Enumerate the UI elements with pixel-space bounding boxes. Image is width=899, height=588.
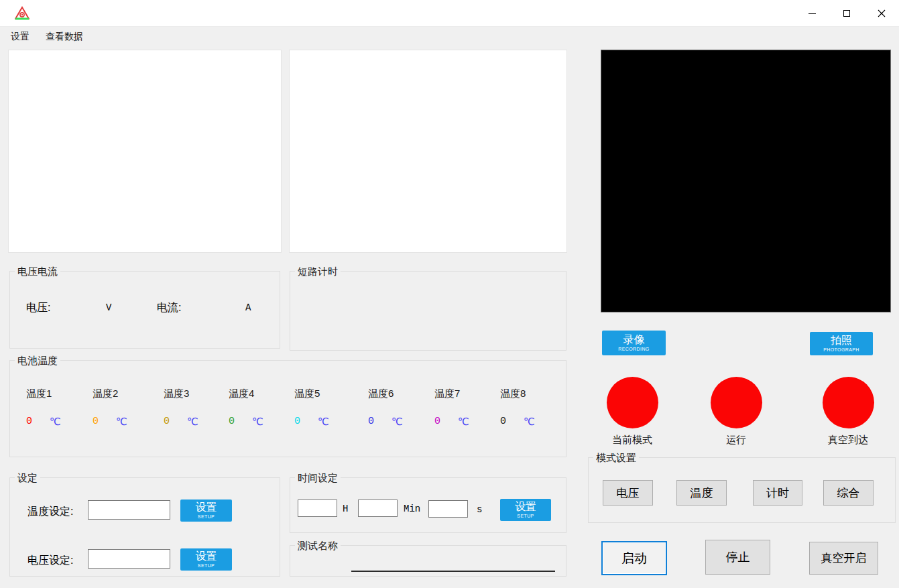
celsius-unit: ℃ [252,416,263,428]
close-icon [878,9,886,17]
button-label: 拍照 [831,335,852,346]
celsius-unit: ℃ [116,416,127,428]
celsius-unit: ℃ [392,416,403,428]
vacuum-open-button[interactable]: 真空开启 [809,542,878,575]
menu-view-data[interactable]: 查看数据 [38,28,91,46]
hours-unit: H [343,504,348,514]
button-label: 录像 [623,335,645,345]
celsius-unit: ℃ [318,416,329,428]
group-title: 设定 [15,471,40,484]
temp-value: 0 [26,416,32,428]
button-label: 设置 [196,502,217,513]
button-sublabel: PHOTOGRAPH [823,347,859,352]
temp-value: 0 [229,416,235,428]
temp-channel-8: 温度8 0℃ [500,388,567,400]
temp-label: 温度8 [500,388,567,400]
volt-set-label: 电压设定: [27,554,73,568]
start-button[interactable]: 启动 [601,541,667,575]
maximize-button[interactable] [829,0,864,27]
minutes-unit: Min [404,504,420,514]
temp-channel-3: 温度3 0℃ [164,388,231,400]
group-title: 测试名称 [295,539,341,552]
app-logo-icon [15,6,29,21]
group-test-name: 测试名称 [290,545,566,577]
group-time-setting: 时间设定 H Min s 设置 SETUP [290,477,566,533]
button-sublabel: RECORDING [618,347,649,351]
celsius-unit: ℃ [524,416,535,428]
vacuum-reached-label: 真空到达 [818,434,878,447]
group-title: 电池温度 [15,354,60,367]
running-label: 运行 [706,434,766,447]
mode-combined-button[interactable]: 综合 [823,480,874,506]
time-set-button[interactable]: 设置 SETUP [500,499,551,521]
group-battery-temperature: 电池温度 温度1 0℃ 温度2 0℃ 温度3 0℃ 温度4 0℃ 温度5 0℃ … [9,360,566,457]
running-indicator [711,377,762,428]
temp-channel-5: 温度5 0℃ [294,388,361,400]
stop-button[interactable]: 停止 [705,540,770,575]
mode-temperature-button[interactable]: 温度 [676,480,727,506]
button-label: 设置 [196,551,217,562]
temp-channel-7: 温度7 0℃ [434,388,501,400]
volt-set-input[interactable] [88,549,170,569]
test-name-field[interactable] [351,571,555,572]
voltage-label: 电压: [26,301,50,315]
button-sublabel: SETUP [198,514,215,519]
record-button[interactable]: 录像 RECORDING [602,331,666,355]
temp-value: 0 [164,416,170,428]
minimize-icon [808,13,816,14]
button-sublabel: SETUP [517,514,534,518]
celsius-unit: ℃ [458,416,469,428]
temp-label: 温度2 [93,388,160,400]
close-button[interactable] [864,0,899,27]
app-window: 设置 查看数据 电压电流 电压: V 电流: A 短路计时 电池温度 温度1 0… [0,0,899,588]
seconds-input[interactable] [428,500,468,518]
temp-set-label: 温度设定: [27,505,73,519]
group-title: 短路计时 [295,265,341,278]
temp-channel-1: 温度1 0℃ [26,388,93,400]
minimize-button[interactable] [794,0,829,27]
current-mode-indicator [607,377,658,428]
current-label: 电流: [157,301,181,315]
vacuum-reached-indicator [823,377,874,428]
chart-panel-left [8,50,282,253]
temp-label: 温度4 [229,388,296,400]
button-label: 设置 [515,502,536,512]
group-title: 时间设定 [295,471,341,484]
chart-panel-right [289,50,567,253]
mode-voltage-button[interactable]: 电压 [603,480,653,506]
group-setting: 设定 温度设定: 设置 SETUP 电压设定: 设置 SETUP [9,477,280,577]
menu-settings[interactable]: 设置 [3,28,38,46]
temp-set-input[interactable] [88,500,170,520]
temp-label: 温度3 [164,388,231,400]
group-voltage-current: 电压电流 电压: V 电流: A [9,271,280,349]
current-mode-label: 当前模式 [602,434,662,447]
temp-channel-6: 温度6 0℃ [368,388,435,400]
group-title: 模式设置 [593,451,639,464]
temp-label: 温度7 [434,388,501,400]
temp-value: 0 [368,416,374,428]
minutes-input[interactable] [358,499,398,517]
button-sublabel: SETUP [198,563,215,568]
group-short-circuit-timer: 短路计时 [290,271,566,351]
photo-button[interactable]: 拍照 PHOTOGRAPH [810,332,873,355]
maximize-icon [843,10,850,17]
temp-channel-2: 温度2 0℃ [93,388,160,400]
window-controls [794,0,899,27]
hours-input[interactable] [298,499,337,517]
celsius-unit: ℃ [50,416,61,428]
temp-value: 0 [434,416,440,428]
temp-value: 0 [93,416,99,428]
title-bar [0,0,899,27]
seconds-unit: s [477,504,482,515]
volt-set-button[interactable]: 设置 SETUP [180,548,232,571]
group-mode-setting: 模式设置 电压 温度 计时 综合 [588,457,896,523]
group-title: 电压电流 [15,265,60,278]
mode-timer-button[interactable]: 计时 [753,480,802,506]
temp-value: 0 [294,416,300,428]
temp-value: 0 [500,416,506,428]
current-unit: A [245,302,251,313]
menu-bar: 设置 查看数据 [0,27,899,46]
celsius-unit: ℃ [187,416,198,428]
temp-label: 温度1 [26,388,93,400]
temp-set-button[interactable]: 设置 SETUP [180,499,232,522]
